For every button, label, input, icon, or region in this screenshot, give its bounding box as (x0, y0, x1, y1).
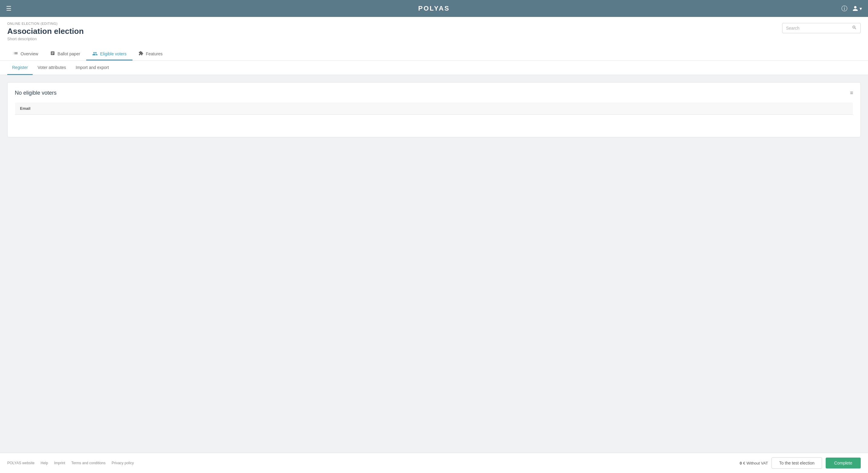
sub-tabs: Register Voter attributes Import and exp… (0, 61, 868, 75)
footer-link-help[interactable]: Help (40, 461, 48, 465)
tab-eligible-voters[interactable]: Eligible voters (86, 48, 132, 61)
main-tabs: Overview Ballot paper Eligible voters Fe… (7, 48, 861, 61)
hamburger-icon[interactable]: ☰ (6, 5, 11, 12)
user-chevron-icon: ▾ (860, 6, 862, 11)
subtab-import-export[interactable]: Import and export (71, 61, 114, 75)
footer-link-terms[interactable]: Terms and conditions (71, 461, 105, 465)
subtab-register[interactable]: Register (7, 61, 33, 75)
col-email: Email (15, 102, 853, 115)
tab-ballot-label: Ballot paper (58, 52, 80, 56)
tab-overview[interactable]: Overview (7, 48, 44, 61)
vat-currency: € (743, 461, 745, 466)
footer-link-polyas[interactable]: POLYAS website (7, 461, 34, 465)
vat-info: 0 € Without VAT (740, 461, 768, 466)
voters-card: No eligible voters ≡ Email (7, 82, 861, 137)
page-header: ONLINE ELECTION (EDITING) Association el… (0, 17, 868, 61)
footer: POLYAS website Help Imprint Terms and co… (0, 453, 868, 473)
page-subtitle: Short description (7, 37, 84, 41)
footer-right: 0 € Without VAT To the test election Com… (740, 457, 861, 469)
user-menu[interactable]: ▾ (852, 5, 862, 11)
footer-links: POLYAS website Help Imprint Terms and co… (7, 461, 134, 465)
footer-link-privacy[interactable]: Privacy policy (112, 461, 134, 465)
tab-features[interactable]: Features (132, 48, 168, 61)
app-logo: POLYAS (418, 4, 450, 12)
tab-overview-label: Overview (21, 52, 38, 56)
search-icon[interactable] (852, 25, 857, 31)
tab-ballot[interactable]: Ballot paper (44, 48, 86, 61)
overview-icon (13, 51, 18, 57)
test-election-button[interactable]: To the test election (772, 457, 822, 469)
subtab-voter-attributes[interactable]: Voter attributes (33, 61, 71, 75)
tab-voters-label: Eligible voters (100, 52, 126, 56)
tab-features-label: Features (146, 52, 162, 56)
search-box[interactable] (782, 23, 861, 33)
features-icon (138, 51, 143, 57)
topnav: ☰ POLYAS ⓘ ▾ (0, 0, 868, 17)
ballot-icon (50, 51, 55, 57)
filter-icon[interactable]: ≡ (850, 90, 853, 96)
voters-icon (92, 51, 98, 57)
help-icon[interactable]: ⓘ (841, 4, 847, 13)
card-header: No eligible voters ≡ (15, 90, 853, 96)
vat-amount: 0 (740, 461, 742, 466)
card-title: No eligible voters (15, 90, 57, 96)
complete-button[interactable]: Complete (826, 458, 861, 469)
footer-link-imprint[interactable]: Imprint (54, 461, 65, 465)
page-title: Association election (7, 27, 84, 36)
main-content: No eligible voters ≡ Email (0, 75, 868, 453)
vat-label: Without VAT (746, 461, 768, 466)
table-empty-row (15, 115, 853, 130)
breadcrumb: ONLINE ELECTION (EDITING) (7, 22, 84, 25)
voters-table: Email (15, 102, 853, 130)
search-input[interactable] (786, 26, 852, 31)
